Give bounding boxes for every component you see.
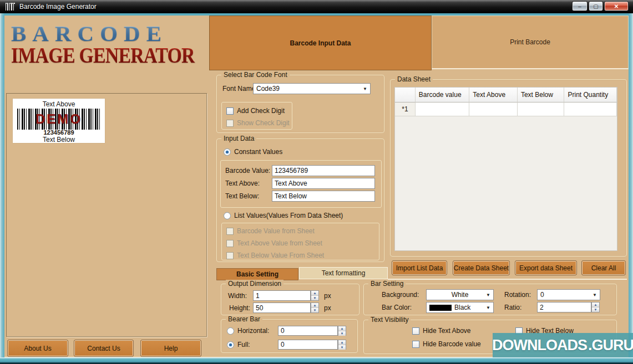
radio-icon[interactable] xyxy=(227,327,234,335)
height-label: Height: xyxy=(229,304,250,312)
output-dimension-group: Output Dimension Width: ▲▼ px Height: ▲▼… xyxy=(221,284,359,315)
column-header[interactable]: Text Above xyxy=(469,88,518,102)
list-values-radio[interactable]: List Values(Values From Data Sheet) xyxy=(224,212,343,219)
option-label: Text Below Value From Sheet xyxy=(237,252,324,259)
data-sheet-grid[interactable]: Barcode value Text Above Text Below Prin… xyxy=(394,87,617,251)
add-check-digit-checkbox[interactable]: Add Check Digit xyxy=(226,107,285,115)
help-button[interactable]: Help xyxy=(140,340,201,357)
text-above-from-sheet-checkbox[interactable]: Text Above Value from Sheet xyxy=(226,239,322,247)
constant-values-radio[interactable]: Constant Values xyxy=(224,148,282,156)
ratio-input[interactable] xyxy=(537,302,591,312)
ratio-spinner[interactable]: ▲▼ xyxy=(591,302,600,312)
text-below-input[interactable] xyxy=(272,191,375,202)
window-frame-bottom xyxy=(0,357,633,364)
text-below-label: Text Below: xyxy=(225,192,259,200)
contact-us-button[interactable]: Contact Us xyxy=(74,340,134,357)
column-header[interactable]: Text Below xyxy=(518,88,565,102)
horizontal-label: Horizontal: xyxy=(237,327,269,335)
spin-up-icon[interactable]: ▲ xyxy=(338,326,346,331)
hide-text-above-checkbox[interactable]: Hide Text Above xyxy=(412,327,471,335)
radio-icon[interactable] xyxy=(224,212,231,219)
tab-print-barcode[interactable]: Print Barcode xyxy=(432,16,629,69)
watermark-text-right: .GURU xyxy=(588,337,633,354)
group-title: Input Data xyxy=(221,135,256,142)
group-title: Bearer Bar xyxy=(226,315,262,323)
spin-down-icon[interactable]: ▼ xyxy=(338,345,346,350)
window-controls: – ▢ ✕ xyxy=(572,0,629,13)
barcode-value-from-sheet-checkbox[interactable]: Barcode Value from Sheet xyxy=(226,227,315,235)
text-below-from-sheet-checkbox[interactable]: Text Below Value From Sheet xyxy=(226,252,324,259)
spin-up-icon[interactable]: ▲ xyxy=(592,303,599,307)
radio-icon[interactable] xyxy=(224,148,231,156)
grid-cell[interactable] xyxy=(518,102,565,116)
clear-all-button[interactable]: Clear All xyxy=(581,260,626,275)
checkbox-icon[interactable] xyxy=(226,120,234,127)
checkbox-icon[interactable] xyxy=(412,341,419,348)
horizontal-input[interactable] xyxy=(278,326,338,336)
background-select[interactable]: White ▼ xyxy=(426,289,494,300)
spin-down-icon[interactable]: ▼ xyxy=(311,308,318,312)
export-data-sheet-button[interactable]: Export data Sheet xyxy=(515,260,577,275)
hide-text-above-label: Hide Text Above xyxy=(423,327,471,335)
option-label: Text Above Value from Sheet xyxy=(237,239,322,247)
spin-down-icon[interactable]: ▼ xyxy=(592,307,599,312)
create-data-sheet-button[interactable]: Create Data Sheet xyxy=(453,260,510,275)
checkbox-icon[interactable] xyxy=(226,107,234,115)
tab-barcode-input-data[interactable]: Barcode Input Data xyxy=(209,16,432,70)
checkbox-icon[interactable] xyxy=(226,252,234,259)
spin-up-icon[interactable]: ▲ xyxy=(311,291,318,296)
select-barcode-font-group: Select Bar Code Font Font Name: Code39 ▼… xyxy=(216,75,384,133)
barcode-value-label: Barcode Value: xyxy=(225,167,270,175)
tab-text-formatting[interactable]: Text formatting xyxy=(299,267,388,279)
checkbox-icon[interactable] xyxy=(412,327,419,335)
about-us-button[interactable]: About Us xyxy=(7,340,68,357)
full-radio[interactable]: Full: xyxy=(227,341,250,348)
close-button[interactable]: ✕ xyxy=(604,1,629,11)
chevron-down-icon: ▼ xyxy=(363,86,367,91)
spin-up-icon[interactable]: ▲ xyxy=(311,303,318,308)
tab-basic-setting[interactable]: Basic Setting xyxy=(216,268,298,280)
grid-cell[interactable] xyxy=(469,102,518,116)
minimize-button[interactable]: – xyxy=(572,1,588,11)
downloads-guru-watermark: DOWNLOADS .GURU xyxy=(493,333,633,358)
hide-barcode-value-checkbox[interactable]: Hide Barcode value xyxy=(412,340,481,348)
bar-color-value: Black xyxy=(454,304,470,311)
text-above-input[interactable] xyxy=(272,178,375,189)
width-input[interactable] xyxy=(253,290,311,301)
barcode-value-input[interactable] xyxy=(272,165,375,176)
column-header[interactable]: Print Quantity xyxy=(564,88,617,102)
font-name-select[interactable]: Code39 ▼ xyxy=(253,83,371,94)
spin-down-icon[interactable]: ▼ xyxy=(311,296,318,300)
background-value: White xyxy=(452,291,469,299)
width-spinner[interactable]: ▲▼ xyxy=(311,290,319,301)
grid-cell[interactable] xyxy=(564,102,617,116)
height-input[interactable] xyxy=(253,303,311,313)
row-header[interactable]: *1 xyxy=(395,102,416,116)
data-sheet-group: Data Sheet Barcode value Text Above Text… xyxy=(390,79,627,257)
height-spinner[interactable]: ▲▼ xyxy=(311,303,319,313)
column-header[interactable]: Barcode value xyxy=(416,88,470,102)
radio-icon[interactable] xyxy=(227,341,234,348)
grid-cell[interactable] xyxy=(416,102,470,116)
bar-color-select[interactable]: Black ▼ xyxy=(426,302,494,313)
text-above-label: Text Above: xyxy=(225,180,260,187)
bar-color-label: Bar Color: xyxy=(382,304,412,311)
spin-down-icon[interactable]: ▼ xyxy=(338,331,346,336)
horizontal-spinner[interactable]: ▲▼ xyxy=(338,326,346,336)
full-input[interactable] xyxy=(278,340,338,350)
group-title: Text Visibility xyxy=(368,316,411,324)
grid-corner-cell[interactable] xyxy=(395,88,416,102)
show-check-digit-checkbox[interactable]: Show Check Digit xyxy=(226,119,290,127)
maximize-button[interactable]: ▢ xyxy=(589,1,603,11)
bar-setting-group: Bar Setting Background: White ▼ Rotation… xyxy=(363,284,617,315)
horizontal-radio[interactable]: Horizontal: xyxy=(227,327,269,335)
rotation-select[interactable]: 0 ▼ xyxy=(537,289,600,300)
group-title: Bar Setting xyxy=(368,280,406,288)
group-title: Select Bar Code Font xyxy=(221,71,290,79)
spin-up-icon[interactable]: ▲ xyxy=(338,340,346,345)
barcode-app-icon xyxy=(6,3,15,11)
import-list-data-button[interactable]: Import List Data xyxy=(392,260,447,275)
full-spinner[interactable]: ▲▼ xyxy=(338,340,346,350)
checkbox-icon[interactable] xyxy=(226,228,234,235)
checkbox-icon[interactable] xyxy=(226,240,234,247)
